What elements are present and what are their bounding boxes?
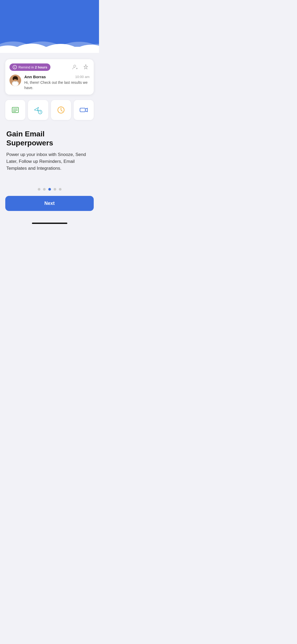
svg-rect-8	[0, 47, 99, 53]
svg-rect-30	[80, 108, 85, 112]
reminder-icon: i	[13, 65, 17, 69]
home-indicator	[32, 223, 67, 224]
svg-point-16	[13, 77, 14, 80]
svg-point-18	[12, 82, 18, 86]
dot-2[interactable]	[43, 188, 46, 191]
dot-4[interactable]	[54, 188, 56, 191]
email-info: Ann Borras 10:00 am Hi, there! Check out…	[24, 75, 89, 90]
card-actions	[72, 63, 89, 71]
add-contact-icon[interactable]	[72, 63, 79, 71]
dot-1[interactable]	[38, 188, 40, 191]
video-icon	[79, 105, 88, 115]
hero-background	[0, 0, 99, 53]
svg-line-29	[61, 110, 62, 111]
dot-3[interactable]	[48, 188, 51, 191]
templates-card[interactable]	[5, 100, 25, 120]
remind-badge: i Remind in 2 hours	[10, 63, 50, 71]
snooze-icon	[56, 105, 66, 115]
text-section: Gain Email Superpowers Power up your inb…	[5, 130, 94, 172]
templates-icon	[11, 105, 20, 115]
email-meta: Ann Borras 10:00 am	[24, 75, 89, 79]
email-row: Ann Borras 10:00 am Hi, there! Check out…	[10, 75, 89, 90]
dot-5[interactable]	[59, 188, 62, 191]
remind-badge-text: Remind in 2 hours	[18, 65, 47, 69]
main-title: Gain Email Superpowers	[6, 130, 93, 147]
video-card[interactable]	[74, 100, 94, 120]
avatar	[10, 75, 21, 86]
next-button[interactable]: Next	[5, 196, 94, 211]
main-description: Power up your inbox with Snooze, Send La…	[6, 151, 93, 172]
email-time: 10:00 am	[75, 75, 89, 79]
send-later-card[interactable]	[28, 100, 48, 120]
email-card-header: i Remind in 2 hours	[10, 63, 89, 71]
sender-name: Ann Borras	[24, 75, 46, 79]
svg-point-9	[74, 65, 76, 67]
snooze-card[interactable]	[51, 100, 71, 120]
pagination-dots	[5, 188, 94, 191]
send-later-icon	[33, 105, 43, 115]
email-preview: Hi, there! Check out the last results we…	[24, 80, 89, 90]
svg-point-17	[16, 77, 18, 80]
feature-icons-row	[5, 100, 94, 120]
email-card: i Remind in 2 hours	[5, 59, 94, 95]
pin-icon[interactable]	[82, 63, 89, 71]
clouds-decoration	[0, 32, 99, 53]
